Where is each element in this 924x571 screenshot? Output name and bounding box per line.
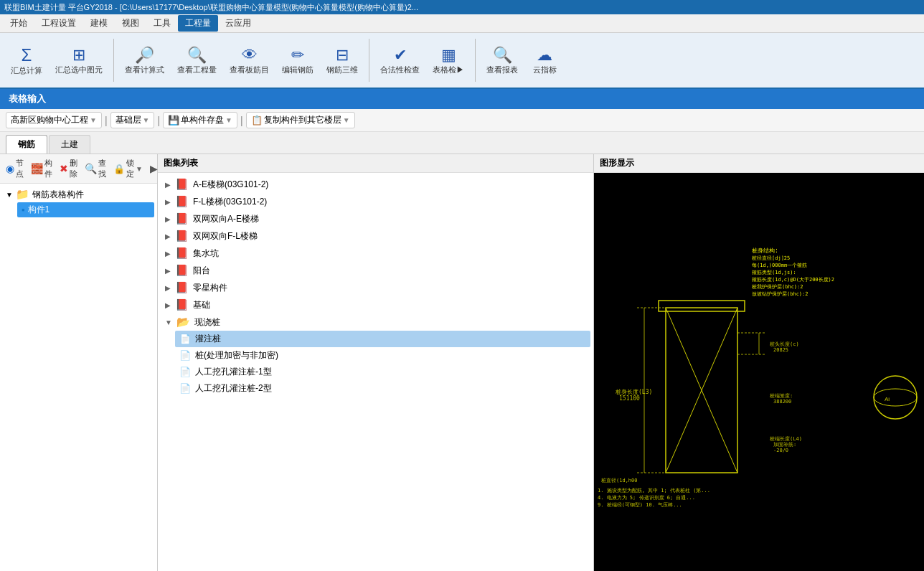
figure-child-item-2[interactable]: 📄 人工挖孔灌注桩-1型	[175, 364, 590, 380]
svg-text:桩我护保护层(bhc):2: 桩我护保护层(bhc):2	[751, 284, 803, 290]
figure-label-3: 双网双向F-L楼梯	[193, 230, 258, 242]
figure-list: ▶ 📕 A-E楼梯(03G101-2) ▶ 📕 F-L楼梯(03G101-2) …	[158, 173, 593, 571]
tree-root[interactable]: ▼ 📁 钢筋表格构件	[3, 187, 154, 202]
menu-bar: 开始 工程设置 建模 视图 工具 工程量 云应用	[0, 14, 924, 33]
figure-child-label-2: 人工挖孔灌注桩-1型	[195, 366, 272, 378]
toolbar-lock[interactable]: 🔒 锁定 ▼	[110, 156, 146, 181]
sigma-icon: Σ	[22, 45, 32, 65]
figure-label-7: 基础	[193, 299, 210, 311]
tree-children: ▪ 构件1	[17, 202, 154, 217]
toolbar-node[interactable]: ◉ 节点	[3, 156, 27, 181]
toolbar-component[interactable]: 🧱 构件	[28, 156, 55, 181]
toolbar-delete[interactable]: ✖ 删除	[57, 156, 80, 181]
breadcrumb-copy[interactable]: 📋 复制构件到其它楼层 ▼	[246, 112, 355, 128]
component-label: 构件	[44, 158, 52, 179]
breadcrumb-sep-3: |	[240, 115, 243, 126]
menu-quantity[interactable]: 工程量	[178, 15, 218, 32]
breadcrumb-save[interactable]: 💾 单构件存盘 ▼	[163, 112, 237, 128]
figure-item-2[interactable]: ▶ 📕 双网双向A-E楼梯	[161, 210, 590, 227]
figure-label-8: 现浇桩	[194, 316, 220, 329]
tab-rebar[interactable]: 钢筋	[6, 135, 47, 154]
ribbon-btn-edit-rebar[interactable]: ✏ 编辑钢筋	[277, 43, 319, 78]
menu-tools[interactable]: 工具	[146, 15, 178, 32]
table-sum-icon: ⊞	[72, 46, 85, 65]
figure-arrow-4: ▶	[165, 250, 171, 258]
figure-children-8: 📄 灌注桩 📄 桩(处理加密与非加密) 📄 人工挖孔灌注桩-1型 📄 人工挖孔灌…	[175, 331, 590, 397]
rebar-3d-icon: ⊟	[336, 46, 349, 65]
project-name: 高新区购物中心工程	[11, 114, 88, 126]
center-panel: 图集列表 ▶ 📕 A-E楼梯(03G101-2) ▶ 📕 F-L楼梯(03G10…	[158, 154, 594, 571]
ribbon-btn-table-check[interactable]: ▦ 表格检▶	[428, 43, 469, 78]
figure-item-8[interactable]: ▼ 📂 现浇桩	[161, 313, 590, 331]
menu-view[interactable]: 视图	[115, 15, 146, 32]
delete-icon: ✖	[60, 163, 68, 174]
figure-child-label-3: 人工挖孔灌注桩-2型	[195, 382, 272, 395]
toolbar-find[interactable]: 🔍 查找	[82, 156, 109, 181]
tab-bar: 钢筋 土建	[0, 132, 924, 154]
save-arrow: ▼	[225, 116, 232, 124]
floor-arrow: ▼	[143, 116, 150, 124]
ribbon-btn-view-quantity[interactable]: 🔍 查看工程量	[172, 43, 222, 78]
drawing-header: 图形显示	[594, 154, 924, 173]
menu-modeling[interactable]: 建模	[83, 15, 115, 32]
figure-child-item-0[interactable]: 📄 灌注桩	[175, 331, 590, 347]
ribbon-btn-view-report[interactable]: 🔍 查看报表	[481, 43, 523, 78]
tree-area: ▼ 📁 钢筋表格构件 ▪ 构件1	[0, 184, 157, 571]
svg-text:-20/0: -20/0	[773, 448, 788, 453]
dialog-header: 表格输入	[0, 89, 924, 109]
menu-project-settings[interactable]: 工程设置	[34, 15, 83, 32]
breadcrumb-floor[interactable]: 基础层 ▼	[110, 112, 155, 128]
figure-item-1[interactable]: ▶ 📕 F-L楼梯(03G101-2)	[161, 193, 590, 210]
svg-point-31	[874, 389, 917, 406]
node-icon: ◉	[6, 163, 14, 174]
figure-item-7[interactable]: ▶ 📕 基础	[161, 296, 590, 313]
component1-label: 构件1	[28, 204, 50, 216]
svg-text:151100: 151100	[619, 395, 640, 402]
figure-arrow-7: ▶	[165, 301, 171, 309]
book-icon-0: 📕	[175, 178, 189, 191]
menu-cloud[interactable]: 云应用	[218, 15, 258, 32]
figure-item-6[interactable]: ▶ 📕 零星构件	[161, 279, 590, 296]
figure-item-0[interactable]: ▶ 📕 A-E楼梯(03G101-2)	[161, 176, 590, 193]
figure-item-5[interactable]: ▶ 📕 阳台	[161, 262, 590, 279]
tree-root-label: 钢筋表格构件	[32, 189, 84, 201]
ribbon-btn-calc-formula[interactable]: 🔎 查看计算式	[120, 43, 169, 78]
figure-item-3[interactable]: ▶ 📕 双网双向F-L楼梯	[161, 227, 590, 245]
save-icon: 💾	[168, 115, 179, 126]
figure-arrow-5: ▶	[165, 267, 171, 275]
ribbon-btn-summarize[interactable]: Σ 汇总计算	[6, 42, 47, 79]
figure-item-4[interactable]: ▶ 📕 集水坑	[161, 245, 590, 262]
ribbon-btn-rebar-3d[interactable]: ⊟ 钢筋三维	[321, 43, 363, 78]
ribbon-separator-1	[113, 39, 114, 82]
figure-arrow-2: ▶	[165, 215, 171, 223]
cloud-icon: ☁	[537, 46, 552, 65]
component-icon: 🧱	[31, 163, 43, 174]
figure-child-label-0: 灌注桩	[195, 333, 221, 345]
lock-arrow: ▼	[136, 165, 143, 173]
drawing-title: 图形显示	[600, 158, 634, 168]
book-icon-3: 📕	[175, 230, 189, 242]
ribbon-btn-view-slab[interactable]: 👁 查看板筋目	[225, 43, 274, 78]
dialog-title: 表格输入	[9, 93, 46, 105]
figure-child-item-1[interactable]: 📄 桩(处理加密与非加密)	[175, 347, 590, 364]
project-arrow: ▼	[90, 116, 97, 124]
menu-start[interactable]: 开始	[3, 15, 34, 32]
svg-text:桩身长度(L3): 桩身长度(L3)	[615, 389, 652, 395]
ribbon-btn-validity-check[interactable]: ✔ 合法性检查	[375, 43, 425, 78]
breadcrumb-project[interactable]: 高新区购物中心工程 ▼	[6, 112, 102, 128]
figure-child-item-3[interactable]: 📄 人工挖孔灌注桩-2型	[175, 380, 590, 397]
svg-text:Ai: Ai	[885, 396, 890, 402]
tree-item-component1[interactable]: ▪ 构件1	[17, 202, 154, 217]
right-panel: 图形显示 桩身结构: 桩径直径[dj]25 每(1d,)000mm一个箍筋 箍筋…	[594, 154, 924, 571]
ribbon-separator-2	[369, 39, 369, 82]
ribbon-btn-cloud-indicator[interactable]: ☁ 云指标	[526, 43, 563, 78]
tab-civil[interactable]: 土建	[49, 135, 90, 154]
floor-name: 基础层	[116, 114, 141, 126]
figure-list-header: 图集列表	[158, 154, 593, 173]
figure-arrow-6: ▶	[165, 284, 171, 292]
ribbon-btn-summarize-selected[interactable]: ⊞ 汇总选中图元	[50, 43, 108, 78]
delete-label: 删除	[70, 158, 77, 179]
book-icon-1: 📕	[175, 195, 189, 208]
find-label: 查找	[98, 158, 106, 179]
svg-text:桩头长度(c): 桩头长度(c)	[769, 341, 799, 347]
